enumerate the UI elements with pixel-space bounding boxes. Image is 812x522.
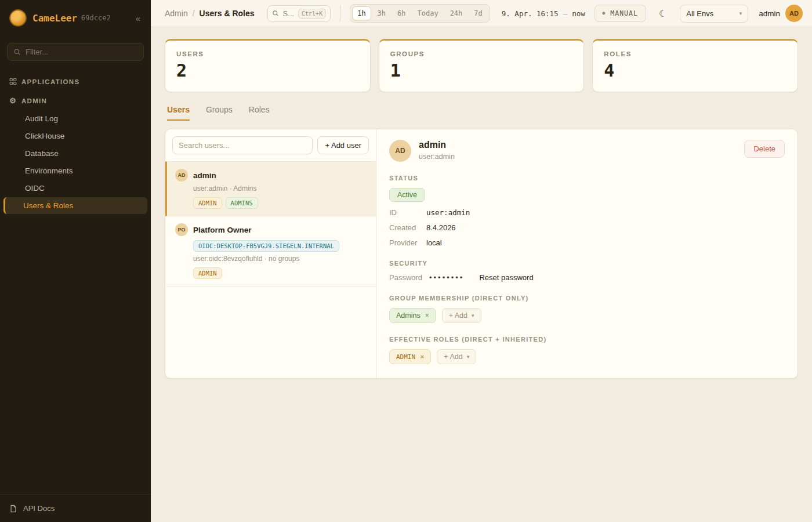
users-panel: + Add user AD admin user:admin · Admins … <box>165 129 798 379</box>
field-label: Provider <box>389 238 426 247</box>
global-search-placeholder: S... <box>283 9 295 18</box>
sidebar-item-users-roles[interactable]: Users & Roles <box>3 197 147 214</box>
group-membership-row: Admins × + Add ▾ <box>389 308 785 323</box>
user-subtitle: user:admin · Admins <box>193 184 368 193</box>
avatar: AD <box>389 140 411 162</box>
main-area: Admin / Users & Roles S... Ctrl+K 1h 3h … <box>151 0 812 522</box>
user-detail: AD admin user:admin Delete STATUS Active… <box>376 129 798 378</box>
topbar-divider <box>340 5 340 21</box>
stat-value: 1 <box>390 60 573 81</box>
refresh-mode-button[interactable]: ● MANUAL <box>594 5 646 22</box>
field-value: local <box>426 238 442 247</box>
user-list-item-admin[interactable]: AD admin user:admin · Admins ADMIN ADMIN… <box>165 161 376 216</box>
stat-card-groups: GROUPS 1 <box>379 39 585 92</box>
status-dot-icon: ● <box>603 11 606 16</box>
section-heading-status: STATUS <box>389 175 785 182</box>
detail-user-id: user:admin <box>419 153 455 161</box>
user-list-toolbar: + Add user <box>165 129 376 161</box>
field-row-provider: Provider local <box>389 238 785 247</box>
breadcrumb-parent[interactable]: Admin <box>165 9 188 18</box>
chevron-down-icon: ▾ <box>467 354 470 360</box>
sidebar-collapse-button[interactable]: « <box>133 12 143 24</box>
time-display-separator: — <box>563 9 568 18</box>
sidebar-item-clickhouse[interactable]: ClickHouse <box>3 128 147 144</box>
apps-grid-icon <box>9 78 17 85</box>
status-badge: Active <box>389 188 425 202</box>
chevron-down-icon: ▾ <box>472 313 474 318</box>
sidebar-item-environments[interactable]: Environments <box>3 162 147 179</box>
tab-groups[interactable]: Groups <box>206 105 233 121</box>
stat-value: 2 <box>176 60 359 81</box>
search-icon <box>272 10 279 17</box>
tab-roles[interactable]: Roles <box>249 105 270 121</box>
time-range-button-6h[interactable]: 6h <box>392 6 411 20</box>
user-search-input[interactable] <box>172 136 313 154</box>
sidebar: CameLeer 69dcce2 « APPLICATIONS ⚙ ADMIN … <box>0 0 151 522</box>
sidebar-item-database[interactable]: Database <box>3 145 147 162</box>
chevron-down-icon: ▾ <box>740 10 742 16</box>
user-list: + Add user AD admin user:admin · Admins … <box>165 129 376 378</box>
stat-label: USERS <box>176 50 359 57</box>
reset-password-link[interactable]: Reset password <box>479 273 533 282</box>
time-range-button-7d[interactable]: 7d <box>469 6 487 20</box>
password-row: Password •••••••• Reset password <box>389 273 785 282</box>
user-detail-header: AD admin user:admin Delete <box>389 140 785 162</box>
global-search[interactable]: S... Ctrl+K <box>267 5 331 22</box>
app-root: CameLeer 69dcce2 « APPLICATIONS ⚙ ADMIN … <box>0 0 812 522</box>
effective-roles-row: ADMIN × + Add ▾ <box>389 349 785 364</box>
search-icon <box>13 48 21 56</box>
avatar: PO <box>175 223 188 236</box>
field-value: user:admin <box>426 208 470 217</box>
section-heading-roles: EFFECTIVE ROLES (DIRECT + INHERITED) <box>389 336 785 343</box>
add-group-button[interactable]: + Add ▾ <box>442 308 481 323</box>
stat-cards: USERS 2 GROUPS 1 ROLES 4 <box>165 39 798 92</box>
user-avatar[interactable]: AD <box>785 5 803 22</box>
user-chip: admin AD <box>759 5 803 22</box>
time-display[interactable]: 9. Apr. 16:15 — now <box>502 9 585 18</box>
group-chip: Admins × <box>389 308 436 323</box>
remove-group-icon[interactable]: × <box>425 311 429 320</box>
avatar: AD <box>175 169 188 182</box>
app-title: CameLeer <box>32 13 77 24</box>
group-badge: ADMINS <box>226 197 258 209</box>
api-docs-label: API Docs <box>23 504 55 513</box>
field-value: 8.4.2026 <box>426 223 456 232</box>
group-chip-label: Admins <box>396 311 420 320</box>
sidebar-item-oidc[interactable]: OIDC <box>3 180 147 197</box>
api-docs-link[interactable]: API Docs <box>0 494 151 522</box>
sidebar-section-admin[interactable]: ⚙ ADMIN <box>0 90 151 110</box>
logo-icon <box>9 9 27 27</box>
document-icon <box>9 505 17 513</box>
env-select[interactable]: All Envs ▾ <box>680 5 748 23</box>
delete-user-button[interactable]: Delete <box>744 140 785 158</box>
add-user-button[interactable]: + Add user <box>317 136 369 154</box>
search-shortcut-kbd: Ctrl+K <box>298 9 326 19</box>
user-list-item-platform-owner[interactable]: PO Platform Owner OIDC:DESKTOP-FB5VGJ9.S… <box>165 216 376 287</box>
dark-mode-toggle[interactable]: ☾ <box>654 6 672 21</box>
field-row-id: ID user:admin <box>389 208 785 217</box>
time-range-button-1h[interactable]: 1h <box>352 6 371 20</box>
add-role-button[interactable]: + Add ▾ <box>437 349 476 364</box>
role-badge: ADMIN <box>193 197 222 209</box>
time-range-button-3h[interactable]: 3h <box>372 6 391 20</box>
sidebar-filter-input[interactable] <box>26 48 137 56</box>
role-chip: ADMIN × <box>389 349 431 364</box>
remove-role-icon[interactable]: × <box>420 353 424 361</box>
tab-users[interactable]: Users <box>167 105 190 121</box>
add-group-label: + Add <box>449 311 467 320</box>
detail-user-name: admin <box>419 140 455 150</box>
password-mask: •••••••• <box>429 273 464 282</box>
sidebar-section-applications[interactable]: APPLICATIONS <box>0 71 151 90</box>
sidebar-section-label: APPLICATIONS <box>21 78 79 85</box>
time-range-button-24h[interactable]: 24h <box>445 6 468 20</box>
user-subtitle: user:oidc:8evzqofluhld · no groups <box>193 255 368 263</box>
topbar-username: admin <box>759 9 780 18</box>
stat-label: ROLES <box>604 50 786 57</box>
env-select-value: All Envs <box>686 9 713 18</box>
time-range-group: 1h 3h 6h Today 24h 7d <box>350 4 490 23</box>
time-range-button-today[interactable]: Today <box>412 6 444 20</box>
sidebar-item-audit-log[interactable]: Audit Log <box>3 110 147 127</box>
sidebar-filter <box>7 43 144 61</box>
sidebar-section-label: ADMIN <box>21 97 47 104</box>
field-row-created: Created 8.4.2026 <box>389 223 785 232</box>
